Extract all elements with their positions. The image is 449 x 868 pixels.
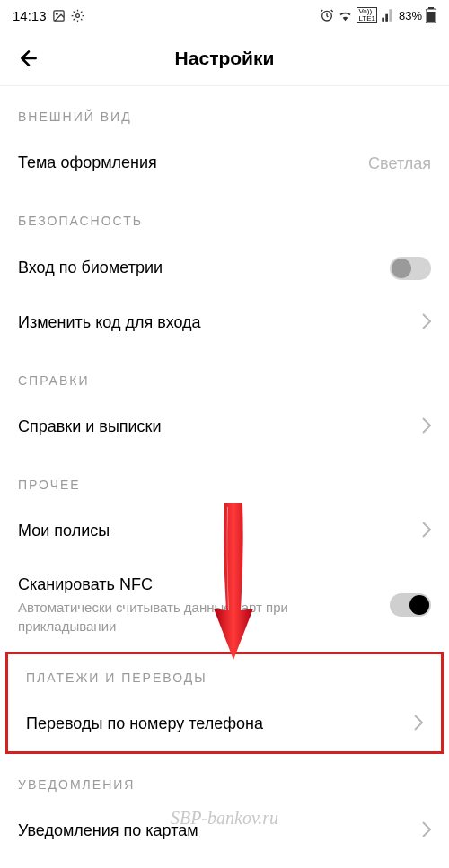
signal-icon <box>381 8 395 22</box>
section-payments-header: ПЛАТЕЖИ И ПЕРЕВОДЫ <box>8 654 441 697</box>
section-appearance-header: ВНЕШНИЙ ВИД <box>0 86 449 136</box>
back-button[interactable] <box>16 46 41 71</box>
statements-row[interactable]: Справки и выписки <box>0 400 449 454</box>
phone-transfer-label: Переводы по номеру телефона <box>26 714 263 734</box>
statements-label: Справки и выписки <box>18 416 162 437</box>
chevron-right-icon <box>422 417 431 437</box>
battery-percent: 83% <box>399 9 422 22</box>
biometry-row[interactable]: Вход по биометрии <box>0 241 449 296</box>
policies-row[interactable]: Мои полисы <box>0 504 449 558</box>
theme-label: Тема оформления <box>18 153 157 173</box>
nfc-subtitle: Автоматически считывать данные карт при … <box>18 599 390 636</box>
alarm-icon <box>320 8 334 22</box>
nfc-label: Сканировать NFC <box>18 574 390 595</box>
chevron-right-icon <box>422 821 431 841</box>
volte-indicator: Vo))LTE1 <box>357 7 377 23</box>
card-notifications-label: Уведомления по картам <box>18 820 198 841</box>
arrow-left-icon <box>17 47 40 70</box>
chevron-right-icon <box>414 715 423 734</box>
theme-row[interactable]: Тема оформления Светлая <box>0 136 449 190</box>
change-code-label: Изменить код для входа <box>18 312 201 333</box>
nfc-row[interactable]: Сканировать NFC Автоматически считывать … <box>0 558 449 652</box>
wifi-icon <box>338 8 353 23</box>
app-header: Настройки <box>0 31 449 86</box>
highlight-annotation: ПЛАТЕЖИ И ПЕРЕВОДЫ Переводы по номеру те… <box>5 652 444 754</box>
section-notifications-header: УВЕДОМЛЕНИЯ <box>0 754 449 804</box>
section-other-header: ПРОЧЕЕ <box>0 454 449 504</box>
image-icon <box>52 9 66 22</box>
policies-label: Мои полисы <box>18 521 110 541</box>
chevron-right-icon <box>422 313 431 333</box>
phone-transfer-row[interactable]: Переводы по номеру телефона <box>8 697 441 751</box>
settings-content: ВНЕШНИЙ ВИД Тема оформления Светлая БЕЗО… <box>0 86 449 858</box>
svg-point-2 <box>75 13 79 17</box>
biometry-label: Вход по биометрии <box>18 258 163 278</box>
settings-icon <box>71 9 84 22</box>
section-references-header: СПРАВКИ <box>0 350 449 400</box>
theme-value: Светлая <box>368 154 431 173</box>
status-bar: 14:13 Vo))LTE1 83% <box>0 0 449 31</box>
card-notifications-row[interactable]: Уведомления по картам <box>0 804 449 858</box>
svg-rect-6 <box>427 12 436 22</box>
svg-point-1 <box>56 13 57 14</box>
nfc-toggle[interactable] <box>390 593 431 617</box>
chevron-right-icon <box>422 522 431 541</box>
battery-icon <box>426 7 436 23</box>
section-security-header: БЕЗОПАСНОСТЬ <box>0 190 449 241</box>
status-time: 14:13 <box>13 8 47 23</box>
svg-rect-5 <box>428 7 434 9</box>
biometry-toggle[interactable] <box>390 257 431 280</box>
change-code-row[interactable]: Изменить код для входа <box>0 296 449 350</box>
page-title: Настройки <box>175 48 275 69</box>
